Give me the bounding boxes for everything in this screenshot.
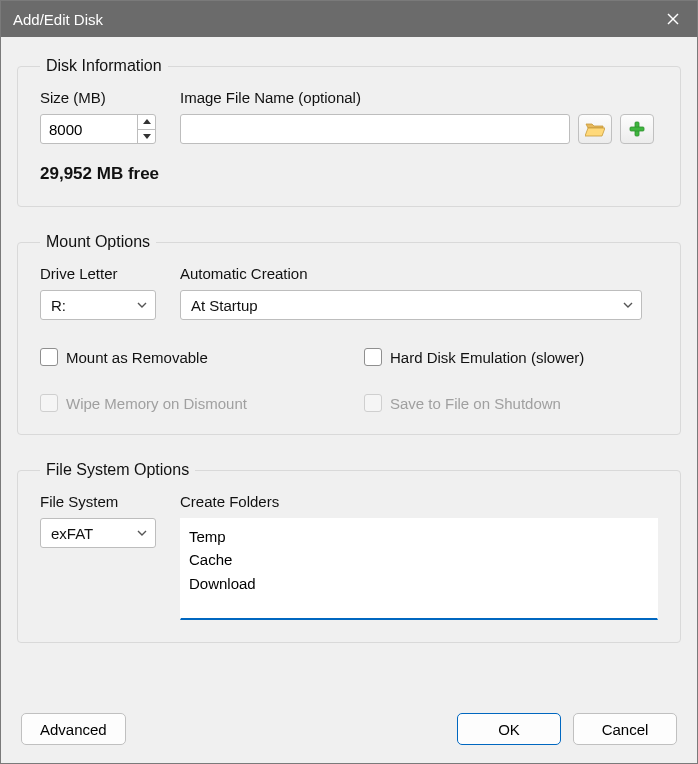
size-input[interactable] <box>41 115 137 143</box>
drive-letter-value: R: <box>51 297 66 314</box>
chevron-down-icon <box>623 302 633 308</box>
checkbox-label: Hard Disk Emulation (slower) <box>390 349 584 366</box>
group-disk-information: Disk Information Size (MB) <box>17 57 681 207</box>
svg-rect-5 <box>630 127 644 131</box>
chevron-down-icon <box>143 134 151 139</box>
checkbox-hdd-emulation[interactable]: Hard Disk Emulation (slower) <box>364 348 584 366</box>
size-step-down[interactable] <box>138 129 155 144</box>
checkbox-save-to-file: Save to File on Shutdown <box>364 394 561 412</box>
checkbox-wipe-memory: Wipe Memory on Dismount <box>40 394 364 412</box>
plus-icon <box>629 121 645 137</box>
window-title: Add/Edit Disk <box>13 11 651 28</box>
create-folders-input[interactable] <box>180 518 658 620</box>
cancel-button[interactable]: Cancel <box>573 713 677 745</box>
label-file-system: File System <box>40 493 156 510</box>
checkbox-label: Mount as Removable <box>66 349 208 366</box>
legend-file-system-options: File System Options <box>40 461 195 479</box>
label-image-file: Image File Name (optional) <box>180 89 654 106</box>
checkbox-mount-removable[interactable]: Mount as Removable <box>40 348 364 366</box>
content-area: Disk Information Size (MB) <box>1 37 697 705</box>
group-mount-options: Mount Options Drive Letter R: Automatic … <box>17 233 681 435</box>
advanced-button[interactable]: Advanced <box>21 713 126 745</box>
auto-creation-value: At Startup <box>191 297 258 314</box>
close-button[interactable] <box>651 1 695 37</box>
label-auto-creation: Automatic Creation <box>180 265 642 282</box>
size-step-up[interactable] <box>138 115 155 129</box>
legend-disk-information: Disk Information <box>40 57 168 75</box>
svg-marker-2 <box>143 119 151 124</box>
file-system-value: exFAT <box>51 525 93 542</box>
label-create-folders: Create Folders <box>180 493 658 510</box>
image-file-input[interactable] <box>180 114 570 144</box>
checkbox-icon <box>364 394 382 412</box>
add-button[interactable] <box>620 114 654 144</box>
chevron-down-icon <box>137 302 147 308</box>
drive-letter-select[interactable]: R: <box>40 290 156 320</box>
checkbox-icon <box>364 348 382 366</box>
browse-button[interactable] <box>578 114 612 144</box>
checkbox-icon <box>40 394 58 412</box>
group-file-system-options: File System Options File System exFAT Cr… <box>17 461 681 643</box>
close-icon <box>667 13 679 25</box>
svg-marker-3 <box>143 134 151 139</box>
folder-open-icon <box>585 121 605 137</box>
title-bar: Add/Edit Disk <box>1 1 697 37</box>
auto-creation-select[interactable]: At Startup <box>180 290 642 320</box>
dialog-footer: Advanced OK Cancel <box>1 705 697 763</box>
checkbox-icon <box>40 348 58 366</box>
label-drive-letter: Drive Letter <box>40 265 156 282</box>
chevron-down-icon <box>137 530 147 536</box>
checkbox-label: Wipe Memory on Dismount <box>66 395 247 412</box>
free-space-text: 29,952 MB free <box>40 164 658 184</box>
label-size: Size (MB) <box>40 89 156 106</box>
legend-mount-options: Mount Options <box>40 233 156 251</box>
ok-button[interactable]: OK <box>457 713 561 745</box>
dialog-window: Add/Edit Disk Disk Information Size (MB) <box>0 0 698 764</box>
file-system-select[interactable]: exFAT <box>40 518 156 548</box>
chevron-up-icon <box>143 119 151 124</box>
checkbox-label: Save to File on Shutdown <box>390 395 561 412</box>
size-spinner[interactable] <box>40 114 156 144</box>
